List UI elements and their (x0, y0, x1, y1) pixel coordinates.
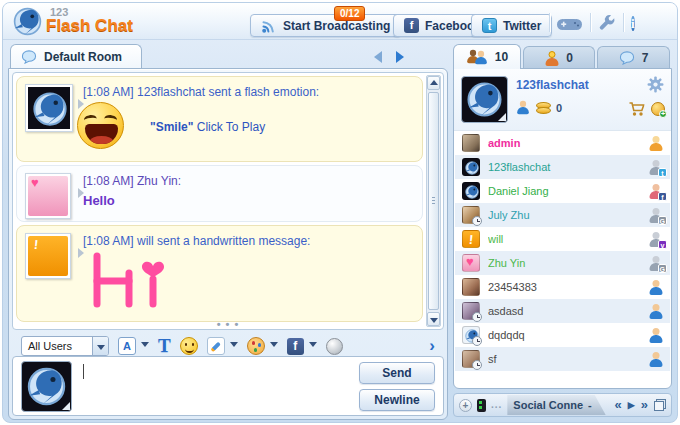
chat-message-area[interactable]: [1:08 AM] 123flashchat sent a flash emot… (12, 72, 444, 330)
tab-friends-count: 0 (566, 51, 573, 65)
chat-message: [1:08 AM] will sent a handwritten messag… (16, 225, 423, 322)
facebook-icon: f (404, 18, 419, 33)
user-row[interactable]: Daniel Jiang f (455, 179, 670, 203)
facebook-share-button[interactable]: f (287, 338, 304, 355)
user-name: admin (488, 137, 641, 149)
user-status-member-icon (649, 304, 663, 319)
translate-globe-button[interactable] (326, 338, 343, 355)
wrench-icon (598, 14, 616, 32)
logo-bird-icon (11, 5, 44, 38)
user-row[interactable]: 123flashchat t (455, 155, 670, 179)
toolbar-expand-chevron[interactable]: › (429, 339, 435, 353)
message-body: Hello (83, 193, 115, 208)
info-button[interactable]: i (631, 14, 635, 33)
profile-avatar[interactable] (461, 76, 508, 123)
sidebar-tab-rooms[interactable]: 7 (597, 46, 670, 69)
room-nav-prev[interactable] (374, 51, 382, 63)
avatar-dropdown-arrow[interactable] (498, 113, 506, 121)
idle-clock-icon (472, 336, 482, 346)
text-style-button[interactable]: T (158, 335, 171, 357)
coins-icon (536, 101, 550, 114)
nav-first-button[interactable]: « (615, 400, 622, 410)
user-status-twitter-icon: t (649, 160, 663, 175)
user-status-member-icon (649, 328, 663, 343)
chat-message: [1:08 AM] 123flashchat sent a flash emot… (16, 76, 423, 162)
handwriting-caret[interactable] (230, 342, 238, 351)
flash-emotion-smiley[interactable] (77, 102, 124, 149)
settings-wrench-button[interactable] (598, 14, 616, 36)
audience-select[interactable]: All Users (21, 336, 109, 356)
idle-clock-icon (472, 312, 482, 322)
scroll-thumb[interactable] (428, 92, 439, 310)
emotion-caption[interactable]: "Smile" Click To Play (150, 120, 265, 134)
user-status-member-icon (649, 136, 663, 151)
user-row[interactable]: admin (455, 131, 670, 155)
shop-cart-icon[interactable] (628, 101, 645, 117)
share-caret[interactable] (309, 342, 317, 351)
add-coins-icon[interactable]: + (651, 102, 665, 116)
broadcast-icon (261, 18, 277, 34)
message-avatar[interactable] (25, 84, 73, 132)
sidebar-tab-friends[interactable]: 0 (523, 46, 595, 69)
info-icon: i (631, 16, 635, 31)
user-row[interactable]: sf (455, 347, 670, 371)
twitter-icon: t (482, 18, 497, 33)
nav-next-button[interactable]: ▶ (628, 400, 635, 410)
flash-emotion-palette-button[interactable] (247, 337, 265, 355)
sidebar-tab-users[interactable]: 10 (453, 44, 521, 69)
room-tab-default[interactable]: Default Room (10, 44, 142, 69)
divider (549, 13, 550, 32)
user-name: sf (488, 353, 641, 365)
profile-person-icon (517, 101, 530, 115)
scroll-down-button[interactable] (427, 312, 440, 326)
chat-panel-body: [1:08 AM] 123flashchat sent a flash emot… (8, 68, 448, 420)
message-avatar[interactable] (25, 233, 71, 279)
social-tab-collapse[interactable]: - (588, 399, 592, 411)
rooms-bubble-icon (619, 51, 635, 65)
handwriting-button[interactable] (207, 337, 225, 355)
idle-clock-icon (472, 216, 482, 226)
select-arrow-button[interactable] (92, 337, 108, 355)
user-status-yahoo-icon: y (649, 232, 663, 247)
user-row[interactable]: asdasd (455, 299, 670, 323)
twitter-button[interactable]: t Twitter (471, 14, 552, 37)
social-tab[interactable]: Social Conne - (507, 395, 605, 415)
user-status-member-icon (649, 352, 663, 367)
start-broadcasting-button[interactable]: Start Broadcasting (250, 14, 401, 37)
user-status-google-icon: G (649, 208, 663, 223)
user-row[interactable]: Zhu Yin G (455, 251, 670, 275)
scroll-up-button[interactable] (427, 76, 440, 90)
user-name: will (488, 233, 641, 245)
chat-resize-dots[interactable]: • • • (217, 320, 240, 329)
user-avatar (462, 230, 480, 248)
coins-count: 0 (556, 102, 562, 114)
nav-last-button[interactable]: » (641, 400, 648, 410)
newline-button[interactable]: Newline (359, 389, 435, 411)
font-color-button[interactable]: A (118, 337, 136, 355)
games-icon-button[interactable] (557, 16, 582, 35)
add-tab-button[interactable]: + (459, 399, 472, 412)
user-status-facebook-icon: f (649, 184, 663, 199)
popout-button[interactable] (654, 399, 666, 411)
user-row[interactable]: will y (455, 227, 670, 251)
profile-settings-gear-icon[interactable] (647, 76, 664, 93)
profile-stats: 0 (516, 100, 562, 115)
twitter-label: Twitter (503, 19, 541, 33)
avatar-dropdown-arrow[interactable] (62, 402, 70, 410)
chat-scrollbar[interactable] (426, 75, 441, 327)
room-nav-next[interactable] (396, 51, 404, 63)
user-name: 123flashchat (488, 161, 641, 173)
font-color-caret[interactable] (141, 342, 149, 351)
user-row[interactable]: 23454383 (455, 275, 670, 299)
user-name: Zhu Yin (488, 257, 641, 269)
palette-caret[interactable] (270, 342, 278, 351)
message-avatar[interactable] (25, 173, 71, 219)
user-row[interactable]: dqdqdq (455, 323, 670, 347)
composer-avatar[interactable] (21, 361, 72, 412)
message-input[interactable] (79, 361, 351, 411)
app-window: 123 Flash Chat 0/12 Start Broadcasting f… (0, 0, 680, 425)
user-row[interactable]: July Zhu G (455, 203, 670, 227)
profile-name: 123flashchat (516, 78, 589, 92)
send-button[interactable]: Send (359, 362, 435, 384)
emoticon-button[interactable] (180, 337, 198, 355)
